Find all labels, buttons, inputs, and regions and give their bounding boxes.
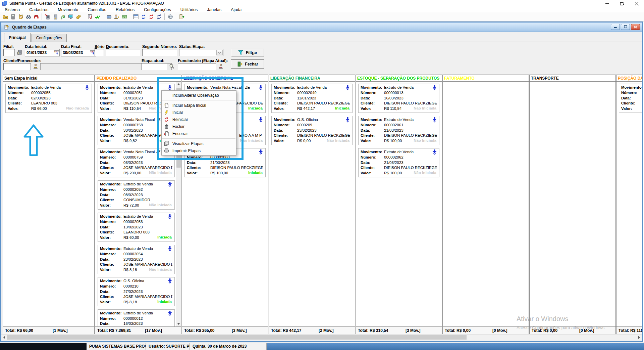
send-to-next-stage-icon[interactable] <box>259 85 263 90</box>
send-to-next-stage-icon[interactable] <box>168 278 172 284</box>
menu-janelas[interactable]: Janelas <box>202 7 226 12</box>
menu-ajuda[interactable]: Ajuda <box>226 7 246 12</box>
send-to-next-stage-icon[interactable] <box>168 311 172 316</box>
send-to-next-stage-icon[interactable] <box>345 85 350 90</box>
calendar-icon[interactable]: 12 <box>54 50 59 55</box>
send-to-next-stage-icon[interactable] <box>168 182 172 187</box>
horizontal-scrollbar[interactable] <box>1 334 642 340</box>
scroll-up-button[interactable] <box>176 82 181 87</box>
person-search-icon[interactable] <box>33 63 38 69</box>
movement-card[interactable]: Movimento:Extrato de VendaNúmero:0000020… <box>271 84 353 113</box>
send-to-next-stage-icon[interactable] <box>432 149 437 155</box>
send-to-next-stage-icon[interactable] <box>345 117 350 123</box>
minimize-button[interactable] <box>600 0 614 7</box>
toolbar-money-button[interactable] <box>120 13 128 20</box>
context-item-reiniciar[interactable]: Reiniciar <box>162 116 236 123</box>
inner-minimize-button[interactable] <box>611 24 620 30</box>
movement-card[interactable]: Movimento:O.S. OficinaNúmero:0000209Data… <box>271 116 353 145</box>
tab-configuracoes[interactable]: Configurações <box>32 34 67 42</box>
send-to-next-stage-icon[interactable] <box>259 117 263 123</box>
movement-card[interactable]: Movimento:Extrato de VendaNúmero:0000020… <box>358 148 439 177</box>
toolbar-sync-navy-button[interactable] <box>155 13 163 20</box>
restore-button[interactable] <box>614 0 629 7</box>
toolbar-sync-red-button[interactable] <box>147 13 155 20</box>
toolbar-machine-button[interactable] <box>105 13 113 20</box>
movement-card[interactable]: Movimento:Extrato de VendaNúmero:0000020… <box>98 213 175 242</box>
movement-card[interactable]: Movimento:O.S. OficinaNúmero:0000210Data… <box>98 277 175 306</box>
scrollbar-thumb[interactable] <box>7 335 467 340</box>
toolbar-money-arrows-button[interactable]: $$ <box>59 13 67 20</box>
funcionario-input[interactable] <box>178 63 216 70</box>
menu-consultas[interactable]: Consultas <box>83 7 111 12</box>
tab-principal[interactable]: Principal <box>4 33 31 42</box>
toolbar-window-calendar-button[interactable] <box>132 13 140 20</box>
movement-card[interactable]: Movimento:Extrato de VendaNúmero:0000020… <box>5 84 92 113</box>
toolbar-alarm-clock-button[interactable] <box>17 13 24 20</box>
toolbar-exit-button[interactable] <box>178 13 185 20</box>
send-to-next-stage-icon[interactable] <box>168 214 172 219</box>
filial-input[interactable] <box>3 49 15 56</box>
magnifier-icon[interactable] <box>169 63 174 69</box>
menu-configuracoes[interactable]: Configurações <box>139 7 176 12</box>
movement-card[interactable]: Movimento:Extrato de VendaNúmero:0000020… <box>358 116 439 145</box>
menu-cadastros[interactable]: Cadastros <box>24 7 53 12</box>
fechar-button[interactable]: Fechar <box>231 59 264 69</box>
toolbar-monitor-button[interactable] <box>67 13 74 20</box>
close-button[interactable] <box>629 0 644 7</box>
movement-card[interactable]: Movimento:Extrato de VendaNúmero:0000020… <box>98 180 175 210</box>
card-status: Não Iniciada <box>149 203 172 208</box>
card-status: Não Iniciada <box>240 138 263 143</box>
building-icon[interactable] <box>17 49 22 55</box>
data-inicial-field[interactable]: 01/01/2023 12 <box>25 49 60 56</box>
toolbar-building2-button[interactable] <box>51 13 59 20</box>
etapa-atual-input[interactable] <box>142 63 167 70</box>
filtrar-button[interactable]: Filtrar <box>231 48 264 57</box>
toolbar-folder-key-button[interactable] <box>1 13 9 20</box>
context-item-imprimir-etapas[interactable]: Imprimir Etapas <box>162 147 236 154</box>
menu-relatorios[interactable]: Relatórios <box>111 7 139 12</box>
toolbar-sync-blue-button[interactable] <box>140 13 147 20</box>
menu-utilitarios[interactable]: Utilitários <box>176 7 202 12</box>
scroll-down-button[interactable] <box>176 321 181 326</box>
toolbar-person-key-button[interactable] <box>113 13 120 20</box>
context-item-incluir-alterar-observacao[interactable]: Incluir/Alterar Observação <box>162 92 236 99</box>
context-item-excluir[interactable]: Excluir <box>162 123 236 130</box>
context-item-encerrar[interactable]: Encerrar <box>162 130 236 137</box>
documento-input[interactable] <box>106 49 140 56</box>
segundo-numero-input[interactable] <box>142 49 177 56</box>
serie-input[interactable] <box>95 49 104 56</box>
context-item-incluir-etapa-inicial[interactable]: Incluir Etapa Inicial <box>162 102 236 109</box>
status-etapa-select[interactable] <box>179 49 223 56</box>
toolbar-calculator-button[interactable] <box>9 13 17 20</box>
context-item-iniciar[interactable]: Iniciar <box>162 109 236 116</box>
movement-card[interactable]: Movimento:Extrato de VendaNúmero:0000000… <box>98 309 175 326</box>
scroll-left-button[interactable] <box>1 335 7 340</box>
card-row-numero: Número: <box>621 90 642 96</box>
send-to-next-stage-icon[interactable] <box>259 149 263 155</box>
toolbar-globe-button[interactable] <box>166 13 174 20</box>
send-to-next-stage-icon[interactable] <box>168 246 172 252</box>
send-to-next-stage-icon[interactable] <box>432 117 437 123</box>
inner-close-button[interactable] <box>631 24 640 30</box>
movement-card[interactable]: Movimento:Extrato de VendaNúmero:0000000… <box>358 84 439 113</box>
menu-sistema[interactable]: Sistema <box>0 7 24 12</box>
scroll-right-button[interactable] <box>636 335 642 340</box>
toolbar-binoculars-button[interactable] <box>24 13 32 20</box>
toolbar-building-arrow-button[interactable] <box>44 13 51 20</box>
inner-maximize-button[interactable] <box>621 24 630 30</box>
send-to-next-stage-icon[interactable] <box>432 85 437 90</box>
toolbar-phone-button[interactable] <box>32 13 40 20</box>
toolbar-checks-button[interactable] <box>94 13 101 20</box>
movement-card[interactable]: Movimento:Extrato de VendaNúmero:0000020… <box>98 245 175 274</box>
cliente-input[interactable] <box>3 63 31 70</box>
send-to-next-stage-icon[interactable] <box>168 85 172 90</box>
menu-movimento[interactable]: Movimento <box>53 7 83 12</box>
person-icon[interactable] <box>218 63 223 69</box>
toolbar-clipboard-check-button[interactable] <box>86 13 94 20</box>
toolbar-coins-button[interactable] <box>74 13 82 20</box>
movement-card[interactable]: Movimento:Número:Data:Cliente:Valor: <box>619 84 642 113</box>
chevron-down-icon[interactable] <box>216 50 223 55</box>
send-to-next-stage-icon[interactable] <box>85 85 89 90</box>
data-final-field[interactable]: 30/03/2023 12 <box>61 49 96 56</box>
context-item-visualizar-etapas[interactable]: Visualizar Etapas <box>162 140 236 147</box>
